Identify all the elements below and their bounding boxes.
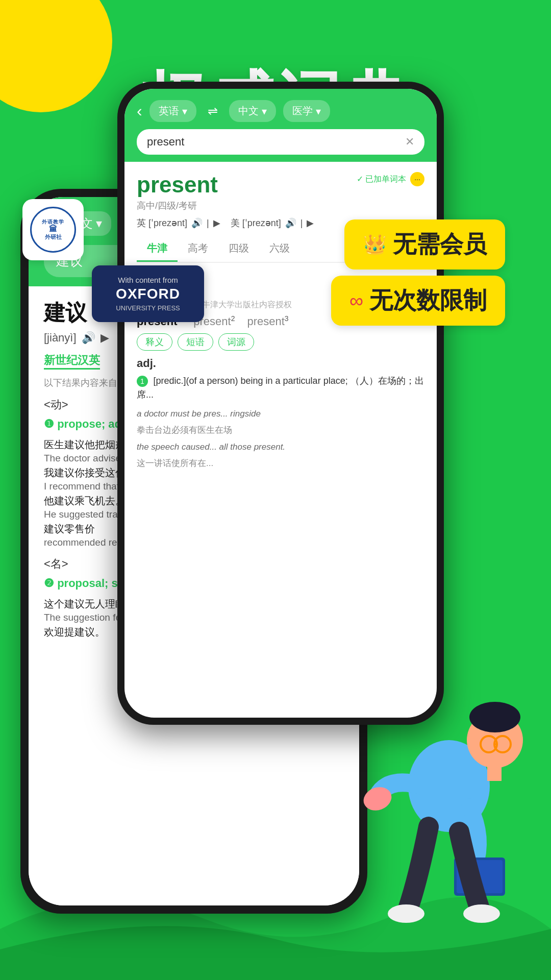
left-def2-num: ❷ xyxy=(44,577,54,590)
present-word: present xyxy=(137,172,218,198)
fltrp-text: 外研社 xyxy=(42,234,64,240)
chip-phrase[interactable]: 短语 xyxy=(178,333,213,351)
present-word-block: present 高中/四级/考研 xyxy=(137,172,218,217)
no-member-label: 无需会员 xyxy=(393,229,487,260)
bookmark-icon[interactable]: ✓ 已加单词本 xyxy=(357,174,406,185)
badge-unlimited: ∞ 无次数限制 xyxy=(331,276,505,326)
fltrp-logo: 外语教学 🏛 外研社 xyxy=(30,207,76,253)
tab-gaokao[interactable]: 高考 xyxy=(178,236,218,262)
right-example2-cn: 这一讲话使所有在... xyxy=(137,457,424,469)
right-mode-pill[interactable]: 医学 ▾ xyxy=(283,100,330,122)
right-example2-en: the speech caused... all those present. xyxy=(137,441,424,453)
right-phone: ‹ 英语 ▾ ⇌ 中文 ▾ 医学 ▾ present ✕ xyxy=(117,82,444,725)
right-search-area: present ✕ xyxy=(124,129,437,162)
right-back-button[interactable]: ‹ xyxy=(137,102,142,120)
unlimited-label: 无次数限制 xyxy=(369,285,487,316)
left-source-label: 新世纪汉英 xyxy=(44,353,100,370)
clear-icon[interactable]: ✕ xyxy=(405,135,414,149)
character-illustration xyxy=(357,684,541,949)
chip-etymology[interactable]: 词源 xyxy=(218,333,254,351)
right-def1-block: 1 [predic.](of a person) being in a part… xyxy=(137,374,424,402)
svg-point-11 xyxy=(463,904,500,923)
word-header-row: present 高中/四级/考研 ✓ 已加单词本 ··· xyxy=(137,172,424,217)
right-search-bar[interactable]: present ✕ xyxy=(137,129,424,155)
more-options-button[interactable]: ··· xyxy=(410,172,424,186)
tab-cet6[interactable]: 六级 xyxy=(259,236,300,262)
badge-no-member: 👑 无需会员 xyxy=(344,219,505,270)
right-swap-button[interactable]: ⇌ xyxy=(204,104,222,118)
word-actions: ✓ 已加单词本 ··· xyxy=(357,172,424,186)
svg-rect-6 xyxy=(487,767,502,781)
chips-row: 释义 短语 词源 xyxy=(137,333,424,351)
def1-number: 1 xyxy=(137,376,148,387)
svg-point-2 xyxy=(469,702,520,732)
tab-oxford[interactable]: 牛津 xyxy=(137,236,178,262)
fltrp-badge: 外语教学 🏛 外研社 xyxy=(22,199,84,260)
chip-definition[interactable]: 释义 xyxy=(137,333,172,351)
right-phone-screen: ‹ 英语 ▾ ⇌ 中文 ▾ 医学 ▾ present ✕ xyxy=(124,89,437,718)
svg-point-10 xyxy=(388,904,424,923)
oxford-line1: With content from xyxy=(106,276,190,284)
right-example1-cn: 拳击台边必须有医生在场 xyxy=(137,424,424,436)
right-lang2-pill[interactable]: 中文 ▾ xyxy=(229,100,276,122)
infinity-icon: ∞ xyxy=(349,290,363,312)
right-nav-bar: ‹ 英语 ▾ ⇌ 中文 ▾ 医学 ▾ xyxy=(124,89,437,129)
right-lang1-pill[interactable]: 英语 ▾ xyxy=(149,100,196,122)
left-def1-num: ❶ xyxy=(44,418,54,430)
oxford-line2: OXFORD xyxy=(106,286,190,302)
variant3[interactable]: present3 xyxy=(247,314,288,328)
present-level: 高中/四级/考研 xyxy=(137,200,218,212)
crown-icon: 👑 xyxy=(363,233,387,256)
oxford-line3: UNIVERSITY PRESS xyxy=(106,304,190,312)
oxford-badge: With content from OXFORD UNIVERSITY PRES… xyxy=(92,265,204,322)
right-example1-en: a doctor must be pres... ringside xyxy=(137,408,424,420)
tab-cet4[interactable]: 四级 xyxy=(218,236,259,262)
def1-body: [predic.](of a person) being in a partic… xyxy=(137,376,424,400)
right-pos: adj. xyxy=(137,357,424,370)
